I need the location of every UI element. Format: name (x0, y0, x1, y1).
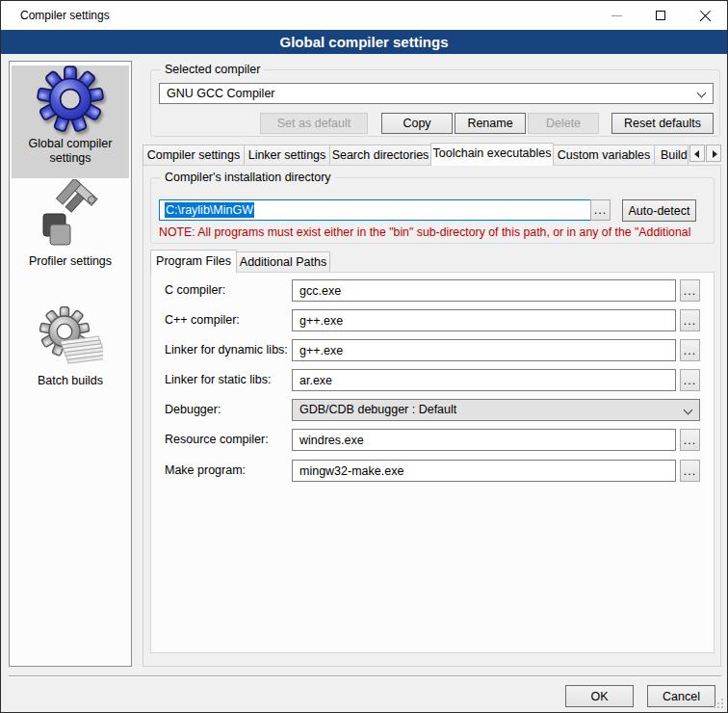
tab-compiler-settings[interactable]: Compiler settings (143, 145, 245, 165)
compiler-select[interactable]: GNU GCC Compiler (159, 83, 714, 104)
close-button[interactable] (683, 1, 727, 30)
chevron-down-icon (697, 89, 707, 98)
c-compiler-input[interactable] (292, 279, 676, 302)
cpp-compiler-input[interactable] (292, 309, 676, 331)
dynamic-linker-label: Linker for dynamic libs: (165, 339, 288, 361)
sidebar-item-label: Profiler settings (19, 254, 121, 269)
chevron-down-icon (684, 406, 693, 415)
tabs-scroll-left-button[interactable] (689, 145, 705, 162)
minimize-button[interactable] (594, 1, 638, 30)
tab-program-files[interactable]: Program Files (150, 250, 237, 273)
sidebar-item-global-compiler-settings[interactable]: Global compiler settings (12, 66, 129, 178)
window-title: Compiler settings (20, 1, 110, 30)
static-linker-label: Linker for static libs: (165, 369, 271, 391)
tab-linker-settings[interactable]: Linker settings (244, 145, 330, 165)
resource-compiler-input[interactable] (292, 429, 676, 451)
selected-compiler-group: Selected compiler GNU GCC Compiler Set a… (150, 69, 720, 137)
static-linker-input[interactable] (292, 369, 676, 391)
footer-divider (9, 675, 721, 677)
browse-static-linker-button[interactable]: ... (680, 369, 700, 391)
resource-compiler-label: Resource compiler: (165, 429, 269, 451)
sidebar-item-batch-builds[interactable]: Batch builds (12, 306, 129, 403)
compiler-select-value: GNU GCC Compiler (167, 84, 275, 103)
delete-button[interactable]: Delete (528, 113, 599, 134)
gear-icon (37, 66, 104, 133)
copy-button[interactable]: Copy (381, 113, 453, 134)
make-program-input[interactable] (292, 460, 676, 482)
sidebar-item-label: Global compiler settings (19, 137, 121, 166)
installation-directory-group: Compiler's installation directory C:\ray… (150, 177, 715, 244)
tab-additional-paths[interactable]: Additional Paths (236, 251, 330, 272)
titlebar: Compiler settings (1, 1, 727, 30)
debugger-select-value: GDB/CDB debugger : Default (299, 400, 456, 420)
sidebar-item-label: Batch builds (19, 374, 121, 388)
cpp-compiler-label: C++ compiler: (165, 309, 240, 331)
installation-directory-value: C:\raylib\MinGW (165, 202, 254, 218)
browse-make-program-button[interactable]: ... (680, 460, 700, 482)
tab-custom-variables[interactable]: Custom variables (553, 145, 655, 165)
tabs-scroll-right-button[interactable] (706, 145, 721, 162)
minimize-icon (611, 15, 622, 16)
autodetect-button[interactable]: Auto-detect (622, 199, 696, 222)
browse-c-compiler-button[interactable]: ... (680, 279, 700, 302)
cancel-button[interactable]: Cancel (647, 685, 715, 707)
installation-directory-group-label: Compiler's installation directory (161, 171, 335, 184)
rename-button[interactable]: Rename (455, 113, 526, 134)
installation-directory-input[interactable]: C:\raylib\MinGW (159, 199, 592, 221)
maximize-icon (656, 11, 665, 20)
selected-compiler-group-label: Selected compiler (161, 63, 264, 76)
note-text: NOTE: All programs must exist either in … (159, 225, 710, 239)
reset-defaults-button[interactable]: Reset defaults (611, 113, 714, 134)
c-compiler-label: C compiler: (165, 279, 225, 302)
tab-build-options[interactable]: Build options (654, 145, 689, 165)
debugger-label: Debugger: (165, 399, 221, 421)
main-tabs: Compiler settings Linker settings Search… (143, 143, 721, 165)
scroll-left-icon (694, 150, 699, 158)
sidebar: Global compiler settings Profiler settin… (9, 61, 132, 667)
sidebar-item-profiler-settings[interactable]: Profiler settings (12, 179, 129, 279)
dialog-header: Global compiler settings (1, 30, 727, 54)
tab-search-directories[interactable]: Search directories (329, 145, 431, 165)
browse-directory-button[interactable]: ... (590, 199, 611, 221)
compiler-settings-dialog: Compiler settings Global compiler settin… (0, 0, 728, 713)
debugger-select[interactable]: GDB/CDB debugger : Default (292, 399, 700, 421)
scroll-right-icon (713, 150, 717, 158)
browse-dynamic-linker-button[interactable]: ... (680, 339, 700, 361)
batch-builds-icon (38, 306, 103, 370)
program-files-tabs: Program Files Additional Paths (150, 250, 439, 272)
resize-grip[interactable] (714, 706, 715, 708)
caliper-icon (36, 179, 105, 251)
browse-cpp-compiler-button[interactable]: ... (680, 309, 700, 331)
tab-toolchain-executables[interactable]: Toolchain executables (430, 143, 554, 166)
maximize-button[interactable] (638, 1, 683, 30)
dynamic-linker-input[interactable] (292, 339, 676, 361)
make-program-label: Make program: (165, 460, 246, 482)
set-as-default-button[interactable]: Set as default (260, 113, 368, 134)
browse-resource-compiler-button[interactable]: ... (680, 429, 700, 451)
close-icon (699, 10, 712, 22)
ok-button[interactable]: OK (565, 685, 634, 707)
